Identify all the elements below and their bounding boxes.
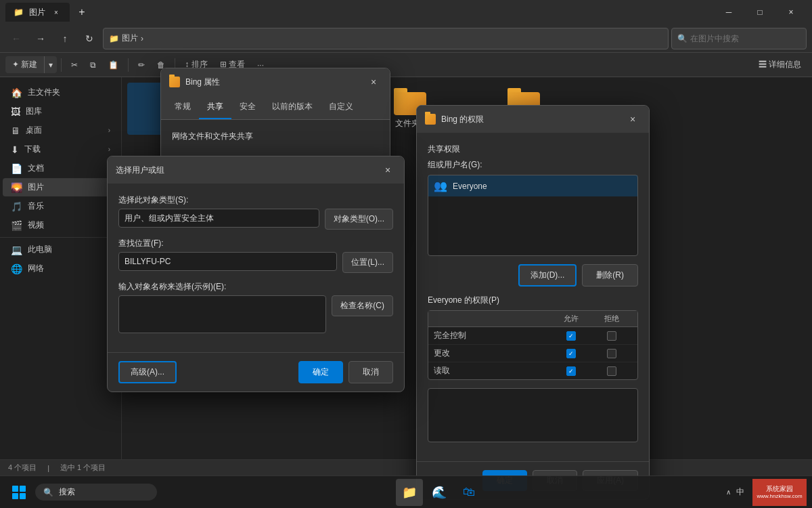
tab-general[interactable]: 常规 — [166, 96, 199, 119]
tab-previous[interactable]: 以前的版本 — [264, 96, 321, 119]
bing-prop-close-btn[interactable]: × — [365, 74, 382, 90]
perm-user-everyone[interactable]: 👥 Everyone — [428, 175, 637, 196]
perm-group-list[interactable]: 👥 Everyone — [428, 175, 638, 256]
search-input[interactable] — [690, 34, 800, 43]
object-type-input[interactable] — [118, 209, 319, 228]
close-btn[interactable]: × — [775, 3, 807, 22]
explorer-taskbar-icon: 📁 — [402, 485, 417, 500]
perm-read-deny-checkbox[interactable] — [607, 366, 616, 376]
desktop-icon: 🖥 — [11, 125, 20, 136]
check-name-btn[interactable]: 检查名称(C) — [332, 295, 393, 316]
ribbon-sep-2 — [128, 58, 129, 72]
taskbar-left: 🔍 搜索 — [0, 479, 157, 506]
sidebar-item-videos[interactable]: 🎬 视频 › — [3, 216, 118, 234]
name-label: 输入对象名称来选择(示例)(E): — [118, 281, 393, 293]
minimize-btn[interactable]: ─ — [713, 3, 744, 22]
sidebar-item-pictures-label: 图片 — [28, 182, 44, 193]
perm-full-deny-cell[interactable] — [591, 331, 632, 341]
nav-back-btn[interactable]: ← — [5, 28, 27, 49]
copy-icon: ⧉ — [90, 60, 96, 70]
folder-tab-icon: 📁 — [14, 7, 24, 17]
name-input[interactable] — [118, 295, 326, 333]
sidebar-item-gallery[interactable]: 🖼 图库 — [3, 102, 118, 121]
perm-row-change: 更改 ✓ — [428, 345, 637, 362]
perm-read-deny-cell[interactable] — [591, 366, 632, 376]
address-text-pictures: 图片 — [122, 33, 138, 44]
window-controls: ─ □ × — [713, 3, 807, 22]
advanced-btn[interactable]: 高级(A)... — [118, 361, 177, 383]
perm-close-btn[interactable]: × — [625, 111, 641, 127]
system-tray: ∧ 中 — [721, 484, 750, 501]
taskbar-store-btn[interactable]: 🛍 — [455, 479, 482, 506]
object-type-btn[interactable]: 对象类型(O)... — [325, 209, 393, 230]
select-user-cancel-btn[interactable]: 取消 — [348, 361, 393, 383]
copy-btn[interactable]: ⧉ — [85, 58, 102, 72]
new-arrow-btn[interactable]: ▾ — [45, 58, 57, 72]
documents-icon: 📄 — [11, 163, 22, 174]
sidebar-item-music[interactable]: 🎵 音乐 › — [3, 197, 118, 215]
sidebar-item-home[interactable]: 🏠 主文件夹 — [3, 83, 118, 102]
sidebar-item-thispc[interactable]: 💻 此电脑 › — [3, 240, 118, 259]
perm-change-deny-cell[interactable] — [591, 349, 632, 358]
maximize-btn[interactable]: □ — [744, 3, 775, 22]
sidebar-item-downloads[interactable]: ⬇ 下载 › — [3, 140, 118, 158]
location-btn[interactable]: 位置(L)... — [342, 252, 393, 273]
select-user-close-btn[interactable]: × — [380, 162, 396, 178]
sidebar-item-documents[interactable]: 📄 文档 › — [3, 159, 118, 177]
perm-content: 共享权限 组或用户名(G): 👥 Everyone 添加(D)... 删除(R)… — [417, 133, 649, 461]
search-bar[interactable]: 🔍 — [671, 28, 807, 49]
details-btn[interactable]: ☰ 详细信息 — [753, 56, 807, 73]
perm-full-deny-checkbox[interactable] — [607, 331, 616, 341]
tab-customize[interactable]: 自定义 — [321, 96, 361, 119]
sidebar-item-downloads-label: 下载 — [24, 144, 41, 155]
perm-empty-area — [428, 388, 638, 442]
location-input[interactable] — [118, 252, 337, 271]
taskbar-explorer-btn[interactable]: 📁 — [396, 479, 423, 506]
perm-row-full-control: 完全控制 ✓ — [428, 327, 637, 345]
perm-change-allow-cell[interactable]: ✓ — [551, 349, 591, 358]
tab-close-btn[interactable]: × — [51, 7, 62, 18]
perm-change-deny-checkbox[interactable] — [607, 349, 616, 358]
start-btn[interactable] — [5, 479, 32, 506]
perm-add-btn[interactable]: 添加(D)... — [518, 264, 577, 287]
windows-icon — [12, 486, 26, 499]
location-row: 位置(L)... — [118, 252, 393, 273]
perm-read-allow-checkbox[interactable]: ✓ — [566, 366, 576, 376]
perm-full-allow-cell[interactable]: ✓ — [551, 331, 591, 341]
address-bar[interactable]: 📁 图片 › — [103, 28, 669, 49]
nav-refresh-btn[interactable]: ↻ — [78, 28, 100, 49]
perm-remove-btn[interactable]: 删除(R) — [582, 264, 638, 287]
taskbar-search-btn[interactable]: 🔍 搜索 — [35, 484, 157, 501]
tab-pictures[interactable]: 📁 图片 × — [5, 3, 70, 22]
desktop-expand-icon: › — [108, 127, 110, 134]
status-sep: | — [47, 464, 49, 472]
cut-icon: ✂ — [71, 60, 78, 70]
nav-forward-btn[interactable]: → — [30, 28, 51, 49]
tray-chevron[interactable]: ∧ — [726, 488, 731, 496]
sidebar-item-network[interactable]: 🌐 网络 › — [3, 259, 118, 278]
new-tab-btn[interactable]: + — [72, 3, 91, 22]
tab-share[interactable]: 共享 — [199, 96, 231, 119]
perm-full-allow-checkbox[interactable]: ✓ — [566, 331, 576, 341]
cut-btn[interactable]: ✂ — [66, 58, 83, 72]
sidebar-item-desktop[interactable]: 🖥 桌面 › — [3, 121, 118, 140]
perm-read-allow-cell[interactable]: ✓ — [551, 366, 591, 376]
explorer-titlebar: 📁 图片 × + ─ □ × — [0, 0, 812, 24]
select-user-ok-btn[interactable]: 确定 — [298, 361, 343, 383]
sidebar-item-gallery-label: 图库 — [26, 106, 42, 117]
ribbon-sep-1 — [61, 58, 62, 72]
status-bar: 4 个项目 | 选中 1 个项目 — [0, 459, 812, 475]
gallery-icon: 🖼 — [11, 106, 20, 117]
perm-change-allow-checkbox[interactable]: ✓ — [566, 349, 576, 358]
taskbar-edge-btn[interactable]: 🌊 — [426, 479, 453, 506]
tab-security[interactable]: 安全 — [231, 96, 264, 119]
downloads-icon: ⬇ — [11, 144, 19, 155]
rename-btn[interactable]: ✏ — [133, 58, 150, 72]
new-main-btn[interactable]: ✦ 新建 — [5, 56, 45, 73]
paste-btn[interactable]: 📋 — [103, 58, 124, 72]
sidebar-item-pictures[interactable]: 🌄 图片 › — [3, 178, 118, 196]
sidebar-item-home-label: 主文件夹 — [28, 87, 60, 98]
nav-up-btn[interactable]: ↑ — [54, 28, 76, 49]
address-icon: 📁 — [109, 34, 119, 43]
music-icon: 🎵 — [11, 201, 22, 212]
